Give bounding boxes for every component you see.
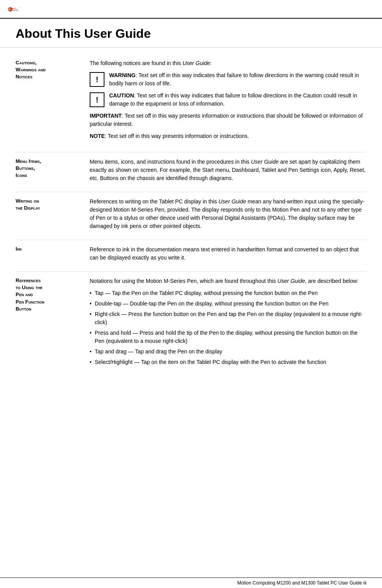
bullet-select-highlight: Select/Highlight — Tap on the item on th… [95,358,326,366]
cautions-intro: The following notices are found in this … [90,59,366,67]
divider-1 [16,152,366,152]
section-label-writing: Writing onthe Display [16,198,90,230]
svg-text:Computing: Computing [12,9,18,11]
motion-logo-icon: M Motion Computing ™ [8,3,20,16]
writing-label-text: Writing onthe Display [16,198,40,211]
menu-label-text: Menu Items,Buttons,Icons [16,158,41,178]
caution-text: CAUTION: Text set off in this way indica… [109,92,366,108]
section-label-ink: Ink [16,245,90,262]
important-label: IMPORTANT [90,113,122,119]
important-text: IMPORTANT: Text set off in this way pres… [90,112,366,128]
references-intro: Notations for using the Motion M-Series … [90,277,366,285]
cautions-label-text: Cautions,Warnings andNotices [16,60,46,79]
svg-text:™: ™ [19,7,20,9]
bullet-right-click: Right-click — Press the function button … [95,310,366,327]
logo-area: M Motion Computing ™ [8,3,22,16]
list-item: Double-tap — Double-tap the Pen on the d… [90,300,366,308]
list-item: Right-click — Press the function button … [90,310,366,327]
ink-label-text: Ink [16,246,22,252]
menu-body: Menu items, icons, and instructions foun… [90,158,366,182]
page-title-section: About This User Guide [0,19,382,48]
bullet-tap: Tap — Tap the Pen on the Tablet PC displ… [95,289,318,297]
section-label-references: Referencesto Using thePen andPen Functio… [16,277,90,369]
footer: Motion Computing M1200 and M1300 Tablet … [0,577,382,588]
caution-label: CAUTION [109,92,134,99]
warning-icon: ! [90,72,104,87]
divider-4 [16,271,366,272]
warning-label: WARNING [109,72,136,78]
svg-text:Motion: Motion [12,8,16,9]
ink-body: Reference to ink in the documentation me… [90,245,366,262]
warning-notice: ! WARNING: Text set off in this way indi… [90,71,366,88]
list-item: Tap and drag — Tap and drag the Pen on t… [90,348,366,356]
section-cautions: Cautions,Warnings andNotices The followi… [16,55,366,143]
note-text: NOTE: Text set off in this way presents … [90,132,366,140]
writing-body-text: References to writing on the Tablet PC d… [90,198,366,230]
bullet-tap-drag: Tap and drag — Tap and drag the Pen on t… [95,348,222,356]
menu-body-text: Menu items, icons, and instructions foun… [90,158,366,182]
section-menu-items: Menu Items,Buttons,Icons Menu items, ico… [16,154,366,182]
references-label-text: Referencesto Using thePen andPen Functio… [16,277,44,312]
writing-body: References to writing on the Tablet PC d… [90,198,366,230]
header: M Motion Computing ™ [0,0,382,19]
references-list: Tap — Tap the Pen on the Tablet PC displ… [90,289,366,366]
references-body: Notations for using the Motion M-Series … [90,277,366,369]
divider-2 [16,192,366,192]
bullet-press-hold: Press and hold — Press and hold the tip … [95,329,366,345]
section-references: Referencesto Using thePen andPen Functio… [16,273,366,369]
list-item: Select/Highlight — Tap on the item on th… [90,358,366,366]
ink-body-text: Reference to ink in the documentation me… [90,245,366,262]
main-content: Cautions,Warnings andNotices The followi… [0,48,382,401]
page-title: About This User Guide [16,26,366,41]
section-writing: Writing onthe Display References to writ… [16,194,366,230]
section-label-menu: Menu Items,Buttons,Icons [16,158,90,182]
divider-3 [16,240,366,240]
caution-notice: ! CAUTION: Text set off in this way indi… [90,92,366,108]
section-ink: Ink Reference to ink in the documentatio… [16,242,366,262]
cautions-body: The following notices are found in this … [90,59,366,143]
section-label-cautions: Cautions,Warnings andNotices [16,59,90,143]
bullet-double-tap: Double-tap — Double-tap the Pen on the d… [95,300,329,308]
footer-text: Motion Computing M1200 and M1300 Tablet … [237,580,366,586]
note-label: NOTE [90,133,105,139]
list-item: Press and hold — Press and hold the tip … [90,329,366,345]
list-item: Tap — Tap the Pen on the Tablet PC displ… [90,289,366,297]
caution-icon: ! [90,92,104,107]
warning-text: WARNING: Text set off in this way indica… [109,71,366,88]
